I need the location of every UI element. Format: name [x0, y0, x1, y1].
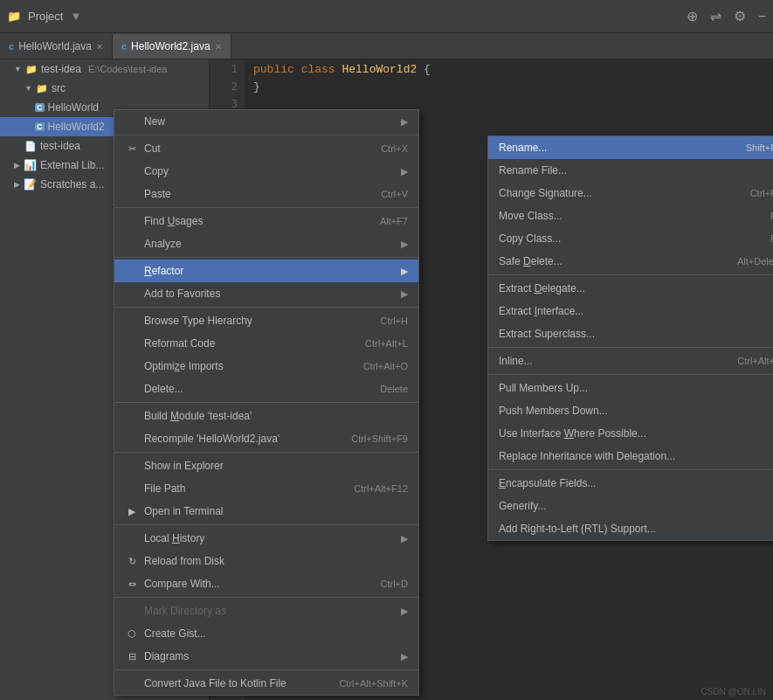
tab-helloworld[interactable]: c HelloWorld.java ✕ [0, 34, 113, 59]
submenu-item-push-down[interactable]: Push Members Down... [488, 399, 773, 422]
file-icon-idea: 📄 [24, 141, 37, 152]
expand-icon-src: ▼ [24, 84, 32, 93]
menu-item-refactor[interactable]: Refactor ▶ [114, 260, 418, 282]
submenu-sep-4 [488, 469, 773, 470]
sidebar-item-src[interactable]: ▼ 📁 src [0, 79, 209, 98]
sidebar-item-label-src: src [52, 82, 66, 94]
menu-item-reformat[interactable]: Reformat Code Ctrl+Alt+L [114, 332, 418, 355]
menu-item-local-history[interactable]: Local History ▶ [114, 527, 418, 550]
menu-item-mark-directory[interactable]: Mark Directory as ▶ [114, 600, 418, 622]
arrow-mark-dir: ▶ [401, 606, 408, 617]
tab-helloworld2[interactable]: c HelloWorld2.java ✕ [113, 34, 231, 59]
menu-item-optimize-imports[interactable]: Optimize Imports Ctrl+Alt+O [114, 355, 418, 378]
gear-icon[interactable]: ⚙ [734, 8, 746, 24]
menu-item-compare-with[interactable]: ⇔ Compare With... Ctrl+D [114, 572, 418, 595]
menu-item-paste[interactable]: Paste Ctrl+V [114, 183, 418, 205]
submenu-sep-3 [488, 374, 773, 375]
tab-c-icon-2: c [121, 41, 127, 52]
menu-label-find-usages: Find Usages [144, 215, 203, 227]
submenu-label-move-class: Move Class... [499, 210, 562, 222]
arrow-analyze: ▶ [401, 239, 408, 250]
menu-label-build-module: Build Module 'test-idea' [144, 410, 252, 422]
menu-item-new[interactable]: New ▶ [114, 110, 418, 133]
watermark: CSDN @ON.LIN [701, 687, 766, 697]
submenu-item-pull-up[interactable]: Pull Members Up... [488, 377, 773, 399]
sidebar-path: E:\Codes\test-idea [88, 64, 168, 74]
submenu-label-generify: Generify... [499, 500, 546, 512]
menu-item-file-path[interactable]: File Path Ctrl+Alt+F12 [114, 477, 418, 500]
menu-item-cut[interactable]: ✂ Cut Ctrl+X [114, 137, 418, 160]
split-icon[interactable]: ⇌ [710, 8, 721, 24]
tab-close-1[interactable]: ✕ [96, 42, 103, 52]
menu-item-recompile[interactable]: Recompile 'HelloWorld2.java' Ctrl+Shift+… [114, 427, 418, 450]
menu-item-build-module[interactable]: Build Module 'test-idea' [114, 405, 418, 427]
shortcut-reformat: Ctrl+Alt+L [365, 338, 408, 349]
menu-label-compare-with: Compare With... [144, 578, 220, 590]
src-folder-icon: 📁 [36, 83, 48, 94]
shortcut-optimize: Ctrl+Alt+O [363, 361, 408, 371]
submenu-label-extract-superclass: Extract Superclass... [499, 328, 595, 340]
arrow-diagrams: ▶ [401, 651, 408, 662]
submenu-label-extract-delegate: Extract Delegate... [499, 282, 585, 295]
sidebar-item-label-hw2: HelloWorld2 [48, 121, 105, 133]
submenu-label-extract-interface: Extract Interface... [499, 305, 583, 317]
submenu-item-move-class[interactable]: Move Class... F6 [488, 204, 773, 227]
sidebar-item-label-scratches: Scratches a... [40, 178, 104, 191]
menu-item-diagrams[interactable]: ⊟ Diagrams ▶ [114, 645, 418, 668]
submenu-item-rename-file[interactable]: Rename File... [488, 159, 773, 182]
submenu-item-safe-delete[interactable]: Safe Delete... Alt+Delete [488, 250, 773, 273]
submenu-item-extract-delegate[interactable]: Extract Delegate... [488, 277, 773, 300]
line-num-1: 1 [210, 63, 245, 80]
menu-item-copy[interactable]: Copy ▶ [114, 160, 418, 183]
expand-icon-libs: ▶ [14, 161, 20, 170]
sidebar-item-label-testidea-file: test-idea [40, 140, 80, 152]
shortcut-delete: Delete [380, 384, 408, 394]
submenu-item-change-sig[interactable]: Change Signature... Ctrl+F6 [488, 182, 773, 204]
github-icon: ⬡ [125, 628, 139, 640]
tab-close-2[interactable]: ✕ [215, 42, 222, 52]
terminal-icon: ▶ [125, 506, 139, 517]
menu-label-reload-disk: Reload from Disk [144, 555, 224, 567]
diagrams-icon: ⊟ [125, 651, 139, 662]
sidebar-item-test-idea[interactable]: ▼ 📁 test-idea E:\Codes\test-idea [0, 59, 209, 79]
submenu-item-rtl-support[interactable]: Add Right-to-Left (RTL) Support... [488, 517, 773, 540]
submenu-item-rename[interactable]: Rename... Shift+F6 [488, 136, 773, 159]
menu-item-show-explorer[interactable]: Show in Explorer [114, 454, 418, 477]
shortcut-filepath: Ctrl+Alt+F12 [354, 483, 408, 494]
submenu-item-replace-inheritance[interactable]: Replace Inheritance with Delegation... [488, 445, 773, 468]
separator-4 [114, 307, 418, 308]
menu-item-add-favorites[interactable]: Add to Favorites ▶ [114, 282, 418, 305]
menu-item-find-usages[interactable]: Find Usages Alt+F7 [114, 210, 418, 232]
separator-9 [114, 669, 418, 670]
separator-5 [114, 402, 418, 403]
shortcut-recompile: Ctrl+Shift+F9 [351, 433, 408, 444]
menu-item-analyze[interactable]: Analyze ▶ [114, 232, 418, 255]
menu-label-refactor: Refactor [144, 265, 183, 277]
arrow-copy: ▶ [401, 166, 408, 177]
menu-item-open-terminal[interactable]: ▶ Open in Terminal [114, 500, 418, 523]
reload-icon: ↻ [125, 556, 139, 567]
submenu-item-encapsulate[interactable]: Encapsulate Fields... [488, 472, 773, 495]
menu-item-reload-disk[interactable]: ↻ Reload from Disk [114, 550, 418, 572]
globe-icon[interactable]: ⊕ [687, 8, 698, 24]
dropdown-icon[interactable]: ▼ [70, 10, 81, 23]
submenu-item-use-interface[interactable]: Use Interface Where Possible... [488, 422, 773, 445]
menu-item-delete[interactable]: Delete... Delete [114, 378, 418, 400]
arrow-history: ▶ [401, 533, 408, 544]
toolbar-icons: ⊕ ⇌ ⚙ − [687, 8, 766, 24]
line-num-2: 2 [210, 80, 245, 98]
tab-bar: c HelloWorld.java ✕ c HelloWorld2.java ✕ [0, 33, 773, 59]
separator-6 [114, 452, 418, 453]
toolbar-title: Project [28, 10, 63, 23]
submenu-item-extract-interface[interactable]: Extract Interface... [488, 300, 773, 322]
submenu-item-copy-class[interactable]: Copy Class... F5 [488, 227, 773, 250]
submenu-item-generify[interactable]: Generify... [488, 495, 773, 517]
shortcut-hierarchy: Ctrl+H [381, 315, 408, 326]
submenu-item-inline[interactable]: Inline... Ctrl+Alt+N [488, 350, 773, 372]
submenu-item-extract-superclass[interactable]: Extract Superclass... [488, 322, 773, 345]
submenu-label-rename-file: Rename File... [499, 164, 567, 177]
menu-item-create-gist[interactable]: ⬡ Create Gist... [114, 622, 418, 645]
menu-item-convert-kotlin[interactable]: Convert Java File to Kotlin File Ctrl+Al… [114, 672, 418, 695]
menu-item-browse-hierarchy[interactable]: Browse Type Hierarchy Ctrl+H [114, 309, 418, 332]
minimize-icon[interactable]: − [758, 9, 766, 24]
